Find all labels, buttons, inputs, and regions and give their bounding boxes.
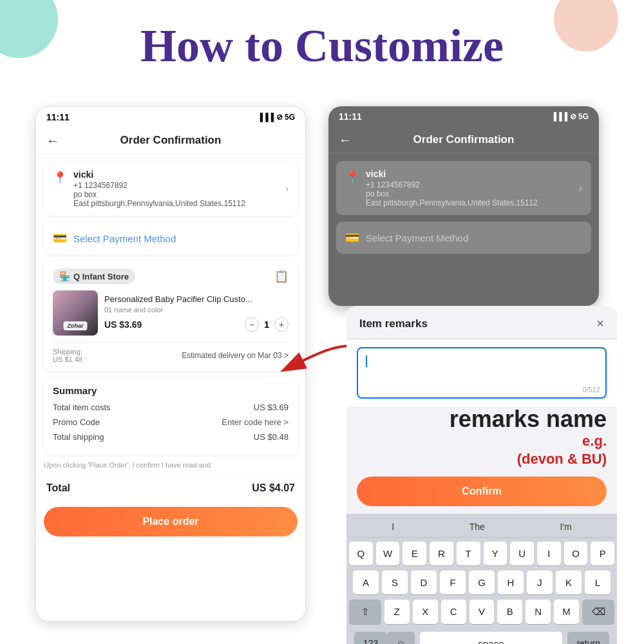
store-icon: 🏪: [59, 271, 70, 281]
suggestion-i[interactable]: I: [392, 522, 394, 532]
key-shift[interactable]: ⇧: [349, 600, 381, 624]
key-K[interactable]: K: [556, 571, 582, 594]
qty-decrease-btn[interactable]: −: [245, 317, 259, 332]
product-price-row: US $3.69 − 1 +: [104, 317, 289, 332]
key-numbers[interactable]: 123: [354, 632, 387, 644]
keyboard-row-2: A S D F G H J K L: [349, 571, 614, 594]
key-A[interactable]: A: [353, 571, 379, 594]
payment-section-right[interactable]: 💳 Select Payment Method: [336, 222, 591, 254]
address-card-right[interactable]: 📍 vicki +1 1234567892 po box East pittsb…: [336, 161, 591, 215]
store-name-badge: 🏪 Q Infant Store: [53, 269, 135, 284]
summary-item-costs-label: Total item costs: [53, 402, 111, 412]
quantity-control: − 1 +: [245, 317, 289, 332]
key-I[interactable]: I: [537, 542, 561, 565]
key-J[interactable]: J: [527, 571, 553, 594]
status-bar-left: 11:11 ▐▐▐ ⊘ 5G: [36, 107, 305, 128]
key-M[interactable]: M: [554, 600, 579, 624]
key-delete[interactable]: ⌫: [582, 600, 614, 624]
key-X[interactable]: X: [413, 600, 438, 624]
note-input-box[interactable]: 0/512: [357, 347, 607, 399]
key-L[interactable]: L: [585, 571, 611, 594]
address-street-left: po box: [73, 190, 285, 199]
place-order-button[interactable]: Place order: [44, 507, 298, 536]
store-section-left: 🏪 Q Infant Store 📋 Zohar Personalized Ba…: [44, 261, 298, 371]
back-arrow-left[interactable]: ←: [46, 133, 59, 148]
suggestion-the[interactable]: The: [469, 522, 485, 532]
address-city-left: East pittsburgh,Pennsylvania,United Stat…: [73, 199, 285, 208]
total-amount: US $4.07: [252, 482, 295, 494]
product-price: US $3.69: [104, 319, 142, 330]
product-variant: 01 name and color: [104, 306, 289, 314]
order-confirmation-title-left: Order Confirmation: [120, 134, 222, 147]
key-Z[interactable]: Z: [384, 600, 410, 624]
store-header-left: 🏪 Q Infant Store 📋: [53, 269, 289, 284]
address-phone-left: +1 1234567892: [73, 181, 285, 190]
qty-number: 1: [264, 319, 269, 330]
note-icon[interactable]: 📋: [274, 269, 289, 283]
status-icons-left: ▐▐▐ ⊘ 5G: [258, 113, 295, 122]
status-icons-right: ▐▐▐ ⊘ 5G: [551, 112, 589, 121]
product-row: Zohar Personalized Baby Pacifier Clip Cu…: [53, 290, 289, 336]
key-S[interactable]: S: [382, 571, 408, 594]
address-street-right: po box: [366, 189, 579, 198]
payment-icon-right: 💳: [345, 231, 359, 245]
phone-header-left: ← Order Confirmation: [36, 128, 305, 154]
payment-icon-left: 💳: [53, 231, 67, 245]
key-emoji[interactable]: ☺: [387, 632, 414, 644]
store-name: Q Infant Store: [73, 272, 129, 281]
key-space[interactable]: space: [420, 632, 563, 644]
key-D[interactable]: D: [411, 571, 437, 594]
product-label: Zohar: [63, 321, 87, 330]
remarks-title: Item remarks: [359, 317, 428, 330]
payment-label-left: Select Payment Method: [73, 233, 176, 244]
key-N[interactable]: N: [526, 600, 551, 624]
address-phone-right: +1 1234567892: [366, 180, 579, 189]
order-confirmation-title-right: Order Confirmation: [413, 133, 515, 146]
key-F[interactable]: F: [440, 571, 466, 594]
status-time-right: 11:11: [339, 111, 362, 122]
address-card-left[interactable]: 📍 vicki +1 1234567892 po box East pittsb…: [44, 162, 298, 216]
key-H[interactable]: H: [498, 571, 524, 594]
remarks-annotation-name: remarks name: [357, 406, 607, 432]
address-name-left: vicki: [73, 169, 285, 180]
key-return[interactable]: return: [567, 632, 609, 644]
key-V[interactable]: V: [469, 600, 495, 624]
address-name-right: vicki: [366, 169, 579, 179]
product-name: Personalized Baby Pacifier Clip Custo...: [104, 294, 289, 305]
key-Q[interactable]: Q: [349, 542, 373, 565]
payment-section-left[interactable]: 💳 Select Payment Method: [44, 222, 298, 254]
summary-promo-value[interactable]: Enter code here >: [222, 417, 289, 427]
right-phone: 11:11 ▐▐▐ ⊘ 5G ← Order Confirmation 📍 vi…: [328, 106, 599, 306]
bg-circle-teal: [0, 0, 58, 58]
summary-item-costs-value: US $3.69: [254, 402, 289, 412]
remarks-annotation-eg: e.g.(devon & BU): [357, 432, 607, 469]
key-T[interactable]: T: [457, 542, 480, 565]
total-row: Total US $4.07: [36, 474, 305, 502]
key-R[interactable]: R: [430, 542, 453, 565]
key-W[interactable]: W: [376, 542, 400, 565]
key-U[interactable]: U: [510, 542, 534, 565]
key-C[interactable]: C: [441, 600, 466, 624]
suggestion-im[interactable]: I'm: [560, 522, 571, 532]
char-count: 0/512: [582, 386, 600, 393]
shipping-row: Shipping: US $1.48 Estimated delivery on…: [53, 342, 289, 363]
bg-circle-pink: [554, 0, 618, 52]
remarks-content: 0/512: [346, 339, 617, 406]
key-O[interactable]: O: [564, 542, 588, 565]
text-cursor: [366, 355, 367, 367]
key-G[interactable]: G: [469, 571, 495, 594]
total-label: Total: [46, 482, 70, 494]
status-time-left: 11:11: [46, 112, 70, 122]
remarks-close-button[interactable]: ×: [596, 316, 604, 331]
qty-increase-btn[interactable]: +: [274, 317, 289, 332]
back-arrow-right[interactable]: ←: [339, 133, 352, 147]
key-P[interactable]: P: [591, 542, 614, 565]
key-E[interactable]: E: [402, 542, 426, 565]
confirm-button[interactable]: Confirm: [357, 477, 607, 506]
summary-shipping-row: Total shipping US $0.48: [53, 432, 289, 442]
disclaimer: Upon clicking 'Place Order', I confirm I…: [44, 461, 298, 469]
keyboard: I The I'm Q W E R T Y U I O P A S D F G …: [346, 514, 617, 644]
key-B[interactable]: B: [497, 600, 522, 624]
key-Y[interactable]: Y: [484, 542, 507, 565]
summary-promo-row[interactable]: Promo Code Enter code here >: [53, 417, 289, 427]
